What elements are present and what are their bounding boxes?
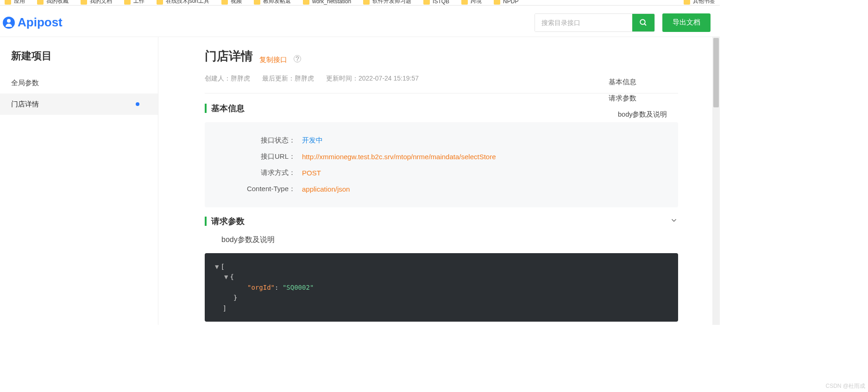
info-row-url: 接口URL： http://xmmionegw.test.b2c.srv/mto… [209,149,673,165]
toc-item-basic[interactable]: 基本信息 [609,74,701,90]
export-button[interactable]: 导出文档 [662,13,711,32]
folder-icon [37,0,44,5]
scrollbar-thumb[interactable] [713,38,719,107]
page-title: 门店详情 [205,48,253,64]
svg-line-1 [644,24,646,25]
vertical-scrollbar[interactable] [712,37,720,325]
brand-name: Apipost [18,15,63,30]
api-status-value[interactable]: 开发中 [302,136,323,145]
body-params-subtitle: body参数及说明 [221,235,678,245]
toc-item-body[interactable]: body参数及说明 [609,106,701,123]
bookmark-bar: 应用 我的收藏 我的文档 工作 在线技术json工具 视频 教师发帖返 work… [0,0,720,6]
basic-info-box: 接口状态： 开发中 接口URL： http://xmmionegw.test.b… [205,122,678,207]
search-button[interactable] [632,14,654,31]
bookmark-item[interactable]: 跨境 [461,0,482,5]
bookmark-item[interactable]: 视频 [221,0,242,5]
folder-icon [157,0,163,5]
info-row-status: 接口状态： 开发中 [209,132,673,149]
bookmark-item[interactable]: 教师发帖返 [254,0,291,5]
chevron-down-icon [670,216,678,227]
folder-icon [5,0,11,5]
brand-logo[interactable]: Apipost [3,15,63,30]
bookmark-item[interactable]: NPDP [494,0,518,5]
collapse-caret-icon[interactable]: ▼ [224,273,228,280]
bookmark-item[interactable]: 我的文档 [81,0,112,5]
app-header: Apipost 导出文档 [0,8,720,37]
bookmark-item[interactable]: work_netstation [303,0,351,5]
table-of-contents: 基本信息 请求参数 body参数及说明 [609,74,701,123]
meta-info: 创建人：胖胖虎 最后更新：胖胖虎 更新时间：2022-07-24 15:19:5… [205,75,678,93]
toc-item-request[interactable]: 请求参数 [609,90,701,106]
info-row-method: 请求方式： POST [209,165,673,181]
section-basic-info: 基本信息 [205,103,678,114]
bookmark-item[interactable]: ISTQB [423,0,449,5]
search-box [535,13,655,32]
bookmark-item[interactable]: 工作 [124,0,145,5]
apipost-icon [3,17,15,29]
sidebar-item-global-params[interactable]: 全局参数 [0,72,158,93]
project-title: 新建项目 [0,37,158,72]
search-input[interactable] [535,14,632,31]
bookmark-item[interactable]: 在线技术json工具 [157,0,209,5]
folder-icon [303,0,309,5]
folder-icon [254,0,260,5]
folder-icon [221,0,228,5]
bookmark-other[interactable]: 其他书签 [684,0,715,5]
info-row-content-type: Content-Type： application/json [209,181,673,197]
json-code-block: ▼[ ▼{ "orgId": "SQ0002" } ] [205,253,678,322]
svg-point-0 [640,19,645,25]
copy-api-link[interactable]: 复制接口 [259,56,287,64]
folder-icon [81,0,87,5]
collapse-caret-icon[interactable]: ▼ [215,263,219,270]
section-request-params[interactable]: 请求参数 [205,216,678,227]
folder-icon [363,0,370,5]
api-url-value: http://xmmionegw.test.b2c.srv/mtop/nrme/… [302,153,496,161]
folder-icon [494,0,500,5]
folder-icon [423,0,430,5]
folder-icon [124,0,131,5]
sidebar: 新建项目 全局参数 门店详情 [0,37,158,325]
api-method-value: POST [302,169,321,177]
content-type-value: application/json [302,185,350,193]
folder-icon [461,0,468,5]
main-content: 门店详情 复制接口 ? 创建人：胖胖虎 最后更新：胖胖虎 更新时间：2022-0… [158,37,720,325]
bookmark-item[interactable]: 我的收藏 [37,0,69,5]
bookmark-item[interactable]: 软件开发师习题 [363,0,411,5]
search-icon [639,19,648,27]
folder-icon [684,0,690,5]
bookmark-item[interactable]: 应用 [5,0,25,5]
help-icon[interactable]: ? [294,55,301,62]
sidebar-item-store-detail[interactable]: 门店详情 [0,93,158,115]
